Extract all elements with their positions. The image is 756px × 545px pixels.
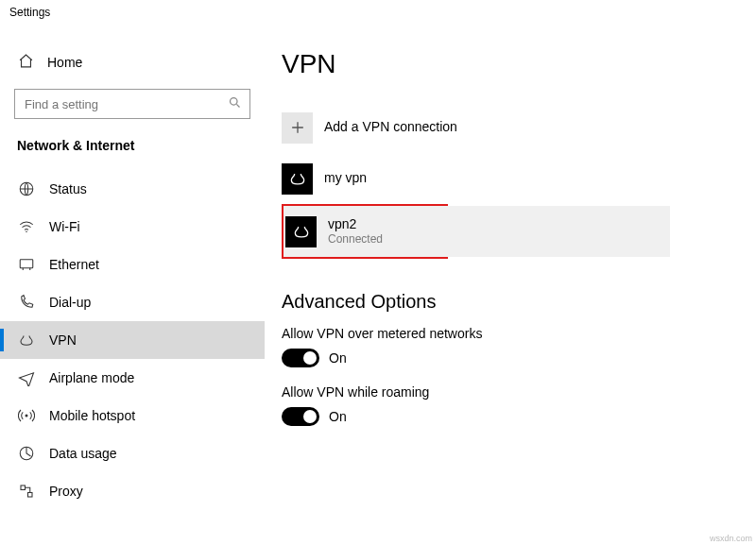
sidebar-item-label: Status xyxy=(49,181,87,196)
sidebar-item-label: Proxy xyxy=(49,484,83,499)
sidebar: Home Network & Internet Status Wi-Fi Eth… xyxy=(0,26,265,545)
ethernet-icon xyxy=(18,256,35,273)
home-button[interactable]: Home xyxy=(14,49,250,89)
toggle-metered-state: On xyxy=(329,350,347,366)
proxy-icon xyxy=(18,483,35,500)
svg-point-4 xyxy=(26,415,28,417)
home-icon xyxy=(18,53,34,72)
plus-icon xyxy=(282,112,313,144)
vpn-name: vpn2 xyxy=(328,216,383,233)
toggle-metered[interactable] xyxy=(282,349,319,367)
sidebar-item-wifi[interactable]: Wi-Fi xyxy=(14,208,250,246)
vpn-icon xyxy=(18,332,35,349)
vpn-connection-icon xyxy=(285,216,317,247)
home-label: Home xyxy=(47,55,82,70)
svg-rect-7 xyxy=(28,493,33,498)
search-field[interactable] xyxy=(23,96,228,112)
svg-rect-3 xyxy=(20,260,33,268)
wifi-icon xyxy=(18,218,35,235)
sidebar-item-label: VPN xyxy=(49,332,77,348)
window-title: Settings xyxy=(0,0,756,26)
sidebar-item-proxy[interactable]: Proxy xyxy=(14,472,250,510)
sidebar-item-ethernet[interactable]: Ethernet xyxy=(14,246,250,283)
svg-point-0 xyxy=(231,98,238,106)
sidebar-item-datausage[interactable]: Data usage xyxy=(14,434,250,472)
sidebar-item-hotspot[interactable]: Mobile hotspot xyxy=(14,397,250,434)
sidebar-item-label: Wi-Fi xyxy=(49,219,80,234)
sidebar-item-label: Data usage xyxy=(49,446,117,461)
toggle-roaming-state: On xyxy=(329,409,347,424)
advanced-options-heading: Advanced Options xyxy=(282,291,690,313)
globe-icon xyxy=(18,180,35,197)
phone-icon xyxy=(18,294,35,311)
svg-rect-6 xyxy=(21,485,26,490)
content-pane: VPN Add a VPN connection my vpn xyxy=(265,26,756,545)
sidebar-item-label: Dial-up xyxy=(49,295,91,310)
sidebar-item-status[interactable]: Status xyxy=(14,170,250,208)
toggle-roaming[interactable] xyxy=(282,407,319,426)
page-title: VPN xyxy=(282,49,690,79)
option-roaming-label: Allow VPN while roaming xyxy=(282,384,690,400)
vpn-connection-icon xyxy=(282,163,313,195)
add-vpn-label: Add a VPN connection xyxy=(324,119,457,136)
sidebar-item-label: Mobile hotspot xyxy=(49,408,135,423)
hotspot-icon xyxy=(18,407,35,424)
option-metered-label: Allow VPN over metered networks xyxy=(282,326,690,341)
add-vpn-button[interactable]: Add a VPN connection xyxy=(282,102,690,153)
svg-point-2 xyxy=(26,231,27,233)
vpn-status: Connected xyxy=(328,232,383,247)
data-icon xyxy=(18,445,35,462)
vpn-name: my vpn xyxy=(324,170,367,187)
sidebar-item-airplane[interactable]: Airplane mode xyxy=(14,359,250,397)
sidebar-section-heading: Network & Internet xyxy=(17,138,250,153)
sidebar-item-label: Airplane mode xyxy=(49,370,134,385)
vpn-connection-myvpn[interactable]: my vpn xyxy=(282,153,690,204)
watermark: wsxdn.com xyxy=(710,534,752,543)
sidebar-item-dialup[interactable]: Dial-up xyxy=(14,283,250,321)
search-icon xyxy=(228,95,242,112)
sidebar-item-label: Ethernet xyxy=(49,257,99,272)
sidebar-item-vpn[interactable]: VPN xyxy=(0,321,265,359)
highlight-box: vpn2 Connected xyxy=(282,204,448,259)
search-input[interactable] xyxy=(14,89,250,119)
airplane-icon xyxy=(18,369,35,386)
vpn-connection-vpn2[interactable]: vpn2 Connected xyxy=(284,206,670,257)
